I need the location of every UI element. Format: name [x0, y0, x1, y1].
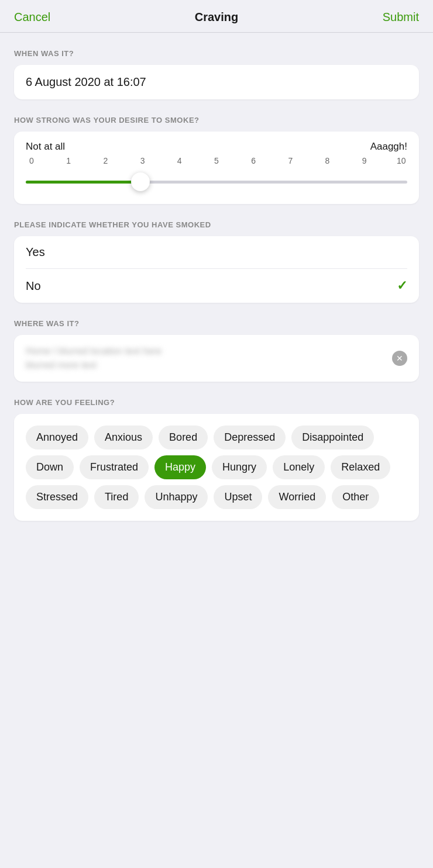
slider-container[interactable]	[26, 171, 407, 192]
feelings-card: AnnoyedAnxiousBoredDepressedDisappointed…	[14, 414, 419, 521]
feeling-chip-frustrated[interactable]: Frustrated	[80, 455, 149, 479]
slider-labels: Not at all Aaaggh!	[26, 141, 407, 153]
slider-thumb[interactable]	[131, 172, 150, 191]
feeling-chip-tired[interactable]: Tired	[94, 485, 139, 509]
smoked-yes-label: Yes	[26, 245, 45, 259]
slider-num-10: 10	[396, 156, 407, 165]
slider-num-5: 5	[211, 156, 222, 165]
where-value: Home I blurred location text hereblurred…	[26, 344, 386, 372]
where-card[interactable]: Home I blurred location text hereblurred…	[14, 335, 419, 382]
desire-card: Not at all Aaaggh! 0 1 2 3 4 5 6 7 8 9 1…	[14, 132, 419, 204]
slider-num-4: 4	[174, 156, 185, 165]
slider-num-1: 1	[63, 156, 74, 165]
feeling-label: HOW ARE YOU FEELING?	[14, 398, 419, 407]
when-label: WHEN WAS IT?	[14, 49, 419, 58]
feeling-chip-annoyed[interactable]: Annoyed	[26, 426, 88, 449]
feeling-chip-down[interactable]: Down	[26, 455, 74, 479]
date-value[interactable]: 6 August 2020 at 16:07	[14, 65, 419, 99]
feeling-chip-anxious[interactable]: Anxious	[94, 426, 153, 449]
slider-num-7: 7	[284, 156, 296, 165]
feeling-chip-other[interactable]: Other	[332, 485, 379, 509]
feeling-chip-upset[interactable]: Upset	[214, 485, 262, 509]
smoked-label: PLEASE INDICATE WHETHER YOU HAVE SMOKED	[14, 220, 419, 229]
slider-num-3: 3	[137, 156, 149, 165]
slider-left-label: Not at all	[26, 141, 65, 153]
smoked-section: PLEASE INDICATE WHETHER YOU HAVE SMOKED …	[0, 210, 433, 309]
cancel-button[interactable]: Cancel	[14, 11, 50, 24]
slider-numbers: 0 1 2 3 4 5 6 7 8 9 10	[26, 156, 407, 165]
slider-num-6: 6	[248, 156, 259, 165]
when-section: WHEN WAS IT? 6 August 2020 at 16:07	[0, 39, 433, 105]
feeling-chip-stressed[interactable]: Stressed	[26, 485, 88, 509]
smoked-no-option[interactable]: No ✓	[14, 269, 419, 303]
header-divider	[0, 32, 433, 33]
feeling-chip-hungry[interactable]: Hungry	[212, 455, 267, 479]
feelings-grid: AnnoyedAnxiousBoredDepressedDisappointed…	[26, 426, 407, 509]
header: Cancel Craving Submit	[0, 0, 433, 32]
feeling-chip-lonely[interactable]: Lonely	[273, 455, 325, 479]
slider-num-8: 8	[322, 156, 334, 165]
feeling-chip-worried[interactable]: Worried	[268, 485, 326, 509]
smoked-card: Yes No ✓	[14, 236, 419, 303]
clear-location-button[interactable]: ✕	[392, 351, 407, 366]
feeling-section: HOW ARE YOU FEELING? AnnoyedAnxiousBored…	[0, 388, 433, 527]
slider-right-label: Aaaggh!	[370, 141, 407, 153]
desire-section: HOW STRONG WAS YOUR DESIRE TO SMOKE? Not…	[0, 105, 433, 210]
check-icon: ✓	[397, 278, 407, 293]
feeling-chip-happy[interactable]: Happy	[154, 455, 206, 479]
feeling-chip-relaxed[interactable]: Relaxed	[331, 455, 390, 479]
feeling-chip-bored[interactable]: Bored	[159, 426, 208, 449]
where-label: WHERE WAS IT?	[14, 319, 419, 328]
slider-num-9: 9	[359, 156, 370, 165]
slider-num-0: 0	[26, 156, 37, 165]
slider-num-2: 2	[99, 156, 111, 165]
smoked-yes-option[interactable]: Yes	[14, 236, 419, 268]
feeling-chip-unhappy[interactable]: Unhappy	[145, 485, 208, 509]
desire-label: HOW STRONG WAS YOUR DESIRE TO SMOKE?	[14, 116, 419, 125]
where-section: WHERE WAS IT? Home I blurred location te…	[0, 309, 433, 388]
feeling-chip-disappointed[interactable]: Disappointed	[291, 426, 374, 449]
slider-fill	[26, 181, 140, 184]
page-title: Craving	[195, 11, 238, 24]
smoked-no-label: No	[26, 279, 41, 293]
submit-button[interactable]: Submit	[383, 11, 419, 24]
slider-track	[26, 181, 407, 184]
when-card[interactable]: 6 August 2020 at 16:07	[14, 65, 419, 99]
feeling-chip-depressed[interactable]: Depressed	[214, 426, 286, 449]
